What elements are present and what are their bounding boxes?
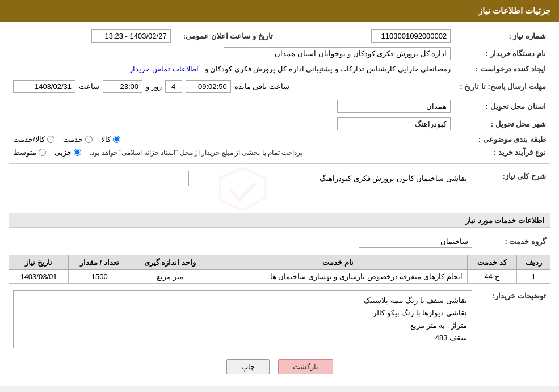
col-kod: کد خدمت <box>467 255 517 270</box>
cell-radif: 1 <box>517 270 550 284</box>
tabaqe-label: طبقه بندی موضوعی : <box>455 133 550 146</box>
back-button[interactable]: بازگشت <box>278 359 333 374</box>
ettelaat-tamas-link[interactable]: اطلاعات تماس خریدار <box>129 65 198 73</box>
tarikh-saat-label: تاریخ و ساعت اعلان عمومی: <box>175 27 278 45</box>
description-table: توضیحات خریدار: نقاشی سقف با رنگ نیمه پل… <box>9 288 550 351</box>
radio-motavaset[interactable] <box>39 149 46 156</box>
sharh-koli-label: شرح کلی نیاز: <box>477 168 550 207</box>
description-line: سقف 483 <box>18 332 467 344</box>
section-khadamat-title: اطلاعات خدمات مورد نیاز <box>9 213 550 228</box>
baqi-label: ساعت باقی مانده <box>234 82 289 91</box>
sharh-table: شرح کلی نیاز: نقاشی ساختمان کانون پرورش … <box>9 168 550 207</box>
radio-khedmat-text: خدمت <box>63 135 83 144</box>
radio-kala-khedmat-text: کالا/خدمت <box>13 135 45 144</box>
rooz-label: روز و <box>146 82 162 91</box>
saat-value: 23:00 <box>103 80 142 93</box>
cell-tarikh: 1403/03/01 <box>9 270 69 284</box>
cell-name: انجام کارهای متفرقه درخصوص بازسازی و بهس… <box>209 270 467 284</box>
nooe-farayand-label: نوع فرآیند خرید : <box>455 146 550 159</box>
radio-jozii-label[interactable]: جزیی <box>54 148 81 157</box>
tarikh-saat-value: 1403/02/27 - 13:23 <box>91 29 171 43</box>
shahr-value: کبودراهنگ <box>337 117 451 130</box>
gorooh-khedmat-label: گروه خدمت : <box>477 233 550 250</box>
page-title: جزئیات اطلاعات نیاز <box>478 6 550 15</box>
saat-label: ساعت <box>79 82 99 91</box>
radio-motavaset-text: متوسط <box>13 148 36 157</box>
col-radif: ردیف <box>517 255 550 270</box>
col-name: نام خدمت <box>209 255 467 270</box>
radio-motavaset-label[interactable]: متوسط <box>13 148 46 157</box>
radio-kala-khedmat[interactable] <box>47 136 54 143</box>
shomara-niaz-value: 1103001092000002 <box>371 29 451 43</box>
watermark-icon <box>209 165 277 210</box>
sharh-koli-area: نقاشی ساختمان کانون پرورش فکری کبودراهنگ <box>13 171 472 205</box>
radio-kala-text: کالا <box>101 135 111 144</box>
content-area: شماره نیاز : 1103001092000002 تاریخ و سا… <box>0 22 559 386</box>
ijad-konande-value: رمضانعلی خارایی کارشناس تدارکات و پشتیبا… <box>205 65 451 73</box>
mohlat-label: مهلت ارسال پاسخ: تا تاریخ : <box>455 75 550 98</box>
radio-kala[interactable] <box>113 136 120 143</box>
page-container: جزئیات اطلاعات نیاز شماره نیاز : 1103001… <box>0 0 559 386</box>
description-line: نقاشی دیوارها با رنگ بیکو کالر <box>18 307 467 319</box>
cell-tedad: 1500 <box>68 270 131 284</box>
col-tedad: تعداد / مقدار <box>68 255 131 270</box>
ostan-value: همدان <box>337 100 451 113</box>
col-tarikh: تاریخ نیاز <box>9 255 69 270</box>
description-line: متراژ : به متر مربع <box>18 319 467 332</box>
radio-khedmat[interactable] <box>85 136 93 143</box>
description-line: نقاشی سقف با رنگ نیمه پلاستیک <box>18 294 467 307</box>
baqi-value: 09:02:50 <box>186 80 231 93</box>
services-table: ردیف کد خدمت نام خدمت واحد اندازه گیری ت… <box>9 255 550 284</box>
print-button[interactable]: چاپ <box>226 359 270 374</box>
divider-1 <box>9 163 550 164</box>
tarikh-mohlat-value: 1403/02/31 <box>13 80 75 93</box>
table-row: 1ج-44انجام کارهای متفرقه درخصوص بازسازی … <box>9 270 550 284</box>
radio-jozii[interactable] <box>74 149 81 156</box>
shomara-niaz-label: شماره نیاز : <box>455 27 550 45</box>
buttons-row: چاپ بازگشت <box>9 359 550 374</box>
ijad-konande-label: ایجاد کننده درخواست : <box>455 62 550 75</box>
description-label: توضیحات خریدار: <box>477 288 550 351</box>
gorooh-khedmat-value: ساختمان <box>359 235 472 248</box>
shahr-label: شهر محل تحویل : <box>455 115 550 133</box>
main-info-table: شماره نیاز : 1103001092000002 تاریخ و سا… <box>9 27 550 159</box>
ostan-label: استان محل تحویل : <box>455 98 550 115</box>
name-dastgah-label: نام دستگاه خریدار : <box>455 45 550 62</box>
cell-vahed: متر مربع <box>131 270 209 284</box>
name-dastgah-value: اداره کل پرورش فکری کودکان و نوجوانان اس… <box>224 47 451 60</box>
gorooh-table: گروه خدمت : ساختمان <box>9 233 550 250</box>
radio-khedmat-label[interactable]: خدمت <box>63 135 93 144</box>
page-header: جزئیات اطلاعات نیاز <box>0 0 559 22</box>
rooz-value: 4 <box>165 80 182 93</box>
cell-kod: ج-44 <box>467 270 517 284</box>
radio-jozii-text: جزیی <box>54 148 72 157</box>
col-vahed: واحد اندازه گیری <box>131 255 209 270</box>
farayand-note: پرداخت تمام یا بخشی از مبلغ خریدار از مح… <box>90 149 302 157</box>
radio-kala-khedmat-label[interactable]: کالا/خدمت <box>13 135 54 144</box>
description-box: نقاشی سقف با رنگ نیمه پلاستیکنقاشی دیوار… <box>13 290 472 348</box>
radio-kala-label[interactable]: کالا <box>101 135 120 144</box>
